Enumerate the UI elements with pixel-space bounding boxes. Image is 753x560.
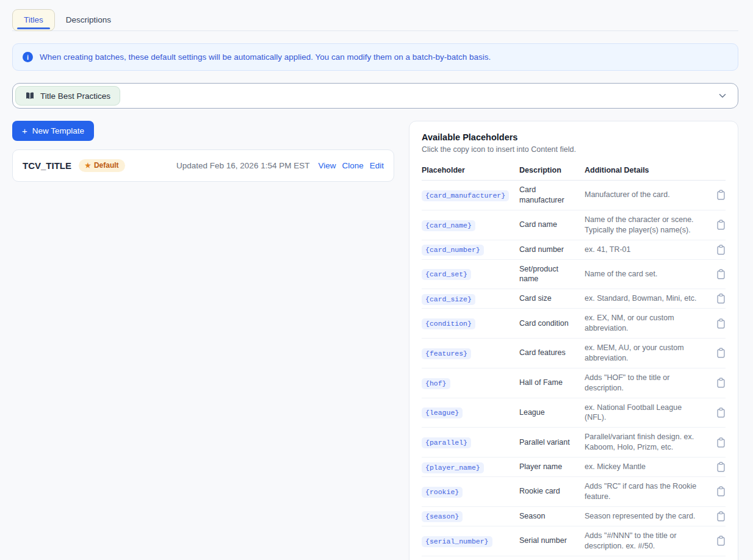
copy-icon[interactable] — [712, 486, 726, 497]
placeholder-details: Adds "RC" if card has the Rookie feature… — [585, 481, 706, 502]
copy-icon[interactable] — [712, 511, 726, 522]
book-icon — [25, 91, 35, 101]
placeholder-table-row: {rookie} Rookie card Adds "RC" if card h… — [422, 477, 726, 507]
template-actions: View Clone Edit — [318, 161, 384, 170]
placeholder-table-row: {card_size} Card size ex. Standard, Bowm… — [422, 289, 726, 309]
placeholder-details: Season represented by the card. — [585, 511, 706, 522]
copy-icon[interactable] — [712, 462, 726, 472]
placeholder-description: Parallel variant — [519, 437, 578, 448]
placeholder-table-row: {card_manufacturer} Card manufacturer Ma… — [422, 181, 726, 210]
placeholder-table-row: {card_name} Card name Name of the charac… — [422, 210, 726, 240]
placeholder-chip: {league} — [422, 407, 463, 418]
placeholder-description: Season — [519, 511, 578, 522]
new-template-label: New Template — [32, 126, 84, 135]
best-practices-accordion[interactable]: Title Best Practices — [12, 83, 738, 109]
panel-title: Available Placeholders — [422, 132, 726, 142]
placeholder-description: Set/product name — [519, 264, 578, 285]
info-banner: i When creating batches, these default s… — [12, 43, 738, 71]
copy-icon[interactable] — [712, 536, 726, 546]
templates-column: + New Template TCV_TITLE ★ Default Updat… — [12, 121, 394, 182]
tab-titles-label: Titles — [24, 15, 43, 24]
new-template-button[interactable]: + New Template — [12, 121, 94, 141]
placeholder-details: ex. MEM, AU, or your custom abbreviation… — [585, 343, 706, 364]
placeholder-table-row: {condition} Card condition ex. EX, NM, o… — [422, 309, 726, 339]
copy-icon[interactable] — [712, 269, 726, 279]
placeholder-table-row: {parallel} Parallel variant Parallel/var… — [422, 428, 726, 458]
default-badge-label: Default — [94, 161, 119, 170]
placeholder-description: Card name — [519, 220, 578, 230]
placeholder-table-header: Placeholder Description Additional Detai… — [422, 160, 726, 181]
placeholder-chip: {card_set} — [422, 269, 471, 280]
info-icon: i — [23, 52, 33, 62]
settings-page: Titles Descriptions i When creating batc… — [0, 0, 753, 560]
placeholder-details: Name of the character or scene. Typicall… — [585, 215, 706, 235]
view-link[interactable]: View — [318, 161, 336, 170]
info-banner-text: When creating batches, these default set… — [40, 52, 491, 62]
placeholder-description: Player name — [519, 462, 578, 472]
placeholder-table-row: {card_number} Card number ex. 41, TR-01 — [422, 240, 726, 260]
copy-icon[interactable] — [712, 437, 726, 448]
copy-icon[interactable] — [712, 407, 726, 418]
copy-icon[interactable] — [712, 378, 726, 388]
placeholder-chip: {serial_number} — [422, 536, 492, 547]
placeholder-details: ex. Standard, Bowman, Mini, etc. — [585, 293, 706, 304]
placeholder-description: Card features — [519, 348, 578, 358]
placeholder-chip: {features} — [422, 348, 471, 359]
placeholders-panel: Available Placeholders Click the copy ic… — [409, 121, 738, 560]
placeholder-description: Card condition — [519, 318, 578, 329]
placeholder-details: Adds "HOF" to the title or description. — [585, 373, 706, 393]
placeholder-description: Card number — [519, 245, 578, 255]
template-updated-timestamp: Updated Feb 16, 2026 1:54 PM EST — [176, 161, 309, 170]
placeholder-chip: {card_manufacturer} — [422, 190, 509, 201]
copy-icon[interactable] — [712, 293, 726, 304]
template-name: TCV_TITLE — [23, 160, 71, 171]
placeholder-details: Name of the card set. — [585, 269, 706, 279]
placeholder-description: Card size — [519, 293, 578, 304]
placeholder-details: Manufacturer of the card. — [585, 190, 706, 200]
placeholder-chip: {hof} — [422, 378, 450, 389]
placeholder-description: Card manufacturer — [519, 185, 578, 206]
tab-bar: Titles Descriptions — [12, 9, 738, 31]
clone-link[interactable]: Clone — [342, 161, 363, 170]
default-badge: ★ Default — [79, 159, 125, 172]
placeholder-details: Parallel/variant finish design. ex. Kabo… — [585, 432, 706, 453]
placeholder-description: League — [519, 407, 578, 418]
placeholder-details: ex. National Football League (NFL). — [585, 403, 706, 423]
placeholder-details: Adds "#/NNN" to the title or description… — [585, 531, 706, 551]
copy-icon[interactable] — [712, 220, 726, 230]
star-icon: ★ — [85, 162, 91, 169]
placeholder-description: Serial number — [519, 536, 578, 546]
tab-titles[interactable]: Titles — [12, 9, 55, 31]
best-practices-label: Title Best Practices — [40, 92, 110, 101]
best-practices-button[interactable]: Title Best Practices — [15, 86, 120, 106]
placeholder-chip: {season} — [422, 511, 463, 522]
copy-icon[interactable] — [712, 348, 726, 358]
template-row: TCV_TITLE ★ Default Updated Feb 16, 2026… — [12, 149, 394, 182]
placeholder-description: Rookie card — [519, 486, 578, 497]
placeholder-chip: {player_name} — [422, 462, 484, 473]
placeholder-table-row: {hof} Hall of Fame Adds "HOF" to the tit… — [422, 368, 726, 398]
placeholder-table-body: {card_manufacturer} Card manufacturer Ma… — [422, 181, 726, 560]
placeholder-chip: {parallel} — [422, 437, 471, 448]
placeholder-table-row: {sku} SKU Adds your custom SKU to the ti… — [422, 556, 726, 560]
placeholder-table-row: {features} Card features ex. MEM, AU, or… — [422, 339, 726, 368]
placeholder-table-row: {season} Season Season represented by th… — [422, 507, 726, 526]
placeholder-details: ex. EX, NM, or our custom abbreviation. — [585, 313, 706, 334]
copy-icon[interactable] — [712, 190, 726, 200]
panel-subtitle: Click the copy icon to insert into Conte… — [422, 145, 726, 154]
active-tab-underline — [17, 27, 50, 29]
placeholder-table-row: {league} League ex. National Football Le… — [422, 398, 726, 428]
tab-descriptions-label: Descriptions — [66, 15, 111, 24]
edit-link[interactable]: Edit — [370, 161, 384, 170]
column-header-additional-details: Additional Details — [585, 166, 706, 174]
placeholder-table-row: {player_name} Player name ex. Mickey Man… — [422, 458, 726, 477]
placeholder-chip: {rookie} — [422, 487, 463, 498]
copy-icon[interactable] — [712, 245, 726, 255]
plus-icon: + — [22, 126, 27, 135]
copy-icon[interactable] — [712, 318, 726, 329]
chevron-down-icon[interactable] — [717, 90, 728, 101]
placeholder-details: ex. Mickey Mantle — [585, 462, 706, 472]
placeholder-table-row: {serial_number} Serial number Adds "#/NN… — [422, 526, 726, 556]
placeholder-chip: {condition} — [422, 318, 475, 329]
tab-descriptions[interactable]: Descriptions — [55, 9, 122, 31]
